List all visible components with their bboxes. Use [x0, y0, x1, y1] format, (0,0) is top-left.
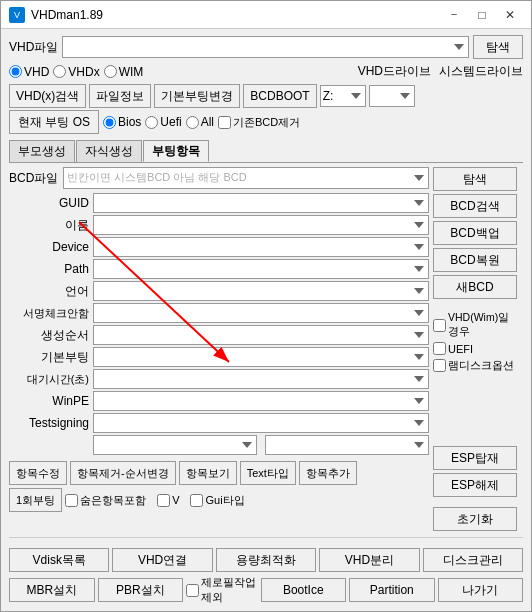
extra-select[interactable]: [93, 435, 257, 455]
remove-bcd-checkbox[interactable]: [218, 116, 231, 129]
extra-select2[interactable]: [265, 435, 429, 455]
path-row: Path: [9, 258, 429, 280]
partition-button[interactable]: Partition: [349, 578, 435, 602]
esp-mount-button[interactable]: ESP탑재: [433, 446, 517, 470]
left-column: BCD파일 빈칸이면 시스템BCD 아님 해당 BCD: [9, 167, 429, 531]
ramdisk-checkbox[interactable]: [433, 359, 446, 372]
default-boot-select[interactable]: [93, 347, 429, 367]
testsigning-select[interactable]: [93, 413, 429, 433]
vhd-search-button[interactable]: VHD(x)검색: [9, 84, 86, 108]
bios-row: 현재 부팅 OS Bios Uefi All 기존BCD제거: [9, 110, 523, 134]
main-window: V VHDman1.89 － □ ✕ VHD파일 탐색 VHD VHDx: [0, 0, 532, 612]
wait-time-select[interactable]: [93, 369, 429, 389]
path-select[interactable]: [93, 259, 429, 279]
current-os-button[interactable]: 현재 부팅 OS: [9, 110, 99, 134]
reset-button[interactable]: 초기화: [433, 507, 517, 531]
v-checkbox[interactable]: [157, 494, 170, 507]
gui-type-checkbox[interactable]: [190, 494, 203, 507]
v-label: V: [172, 494, 179, 506]
guid-label: GUID: [9, 196, 89, 210]
pbr-setup-button[interactable]: PBR설치: [98, 578, 184, 602]
bcd-search-button[interactable]: BCD검색: [433, 194, 517, 218]
file-info-button[interactable]: 파일정보: [89, 84, 151, 108]
vhd-file-select[interactable]: [62, 36, 469, 58]
guid-select[interactable]: [93, 193, 429, 213]
default-boot-label: 기본부팅: [9, 349, 89, 366]
vhd-radio-item: VHD: [9, 65, 49, 79]
tab-child-create[interactable]: 자식생성: [76, 140, 142, 162]
bios-radio[interactable]: [103, 116, 116, 129]
view-item-button[interactable]: 항목보기: [179, 461, 237, 485]
no-reformat-checkbox[interactable]: [186, 584, 199, 597]
exit-button[interactable]: 나가기: [438, 578, 524, 602]
first-boot-button[interactable]: 1회부팅: [9, 488, 62, 512]
guid-row: GUID: [9, 192, 429, 214]
create-order-select[interactable]: [93, 325, 429, 345]
remove-order-button[interactable]: 항목제거-순서변경: [70, 461, 176, 485]
sign-check-row: 서명체크안함: [9, 302, 429, 324]
vhd-radio-label: VHD: [24, 65, 49, 79]
minimize-button[interactable]: －: [441, 5, 467, 25]
form-fields-container: GUID 이름 Device Path: [9, 192, 429, 456]
all-radio-item: All: [186, 115, 214, 129]
bcd-restore-button[interactable]: BCD복원: [433, 248, 517, 272]
tabs-row: 부모생성 자식생성 부팅항목: [9, 140, 523, 163]
drive-select[interactable]: Z:: [320, 85, 366, 107]
device-row: Device: [9, 236, 429, 258]
uefi-checkbox[interactable]: [433, 342, 446, 355]
mbr-setup-button[interactable]: MBR설치: [9, 578, 95, 602]
system-drive-select[interactable]: [369, 85, 415, 107]
winpe-select[interactable]: [93, 391, 429, 411]
bios-radio-item: Bios: [103, 115, 141, 129]
footer: Vdisk목록 VHD연결 용량최적화 VHD분리 디스크관리 MBR설치 PB…: [9, 548, 523, 605]
vhd-connect-button[interactable]: VHD연결: [112, 548, 212, 572]
vdisk-list-button[interactable]: Vdisk목록: [9, 548, 109, 572]
uefi-radio[interactable]: [145, 116, 158, 129]
name-row: 이름: [9, 214, 429, 236]
uefi-check-label: UEFI: [448, 343, 473, 355]
include-hidden-checkbox[interactable]: [65, 494, 78, 507]
text-type-button[interactable]: Text타입: [240, 461, 296, 485]
new-bcd-button[interactable]: 새BCD: [433, 275, 517, 299]
bcd-browse-button[interactable]: 탐색: [433, 167, 517, 191]
sign-check-select[interactable]: [93, 303, 429, 323]
vhd-file-row: VHD파일 탐색: [9, 35, 523, 59]
vhd-type-row: VHD VHDx WIM VHD드라이브 시스템드라이브: [9, 63, 523, 80]
maximize-button[interactable]: □: [469, 5, 495, 25]
add-item-button[interactable]: 항목추가: [299, 461, 357, 485]
no-reformat-item: 제로필작업제외: [186, 575, 258, 605]
device-select[interactable]: [93, 237, 429, 257]
vhdx-radio-item: VHDx: [53, 65, 99, 79]
tab-boot-item[interactable]: 부팅항목: [143, 140, 209, 162]
name-select[interactable]: [93, 215, 429, 235]
vhdx-radio[interactable]: [53, 65, 66, 78]
bootice-button[interactable]: BootIce: [261, 578, 347, 602]
vhd-radio[interactable]: [9, 65, 22, 78]
bcd-file-select[interactable]: [63, 167, 429, 189]
name-label: 이름: [9, 217, 89, 234]
vhd-separate-button[interactable]: VHD분리: [319, 548, 419, 572]
create-order-label: 생성순서: [9, 327, 89, 344]
tab-parent-create[interactable]: 부모생성: [9, 140, 75, 162]
title-bar-left: V VHDman1.89: [9, 7, 103, 23]
all-radio[interactable]: [186, 116, 199, 129]
boot-change-button[interactable]: 기본부팅변경: [154, 84, 240, 108]
bcdboot-button[interactable]: BCDBOOT: [243, 84, 316, 108]
disk-mgmt-button[interactable]: 디스크관리: [423, 548, 523, 572]
title-controls: － □ ✕: [441, 5, 523, 25]
action-row: VHD(x)검색 파일정보 기본부팅변경 BCDBOOT Z:: [9, 84, 523, 108]
browse-button[interactable]: 탐색: [473, 35, 523, 59]
wim-radio[interactable]: [104, 65, 117, 78]
gui-type-label: Gui타입: [205, 493, 244, 508]
vhd-drive-label: VHD드라이브: [358, 63, 431, 80]
edit-item-button[interactable]: 항목수정: [9, 461, 67, 485]
esp-unmount-button[interactable]: ESP해제: [433, 473, 517, 497]
vhdx-radio-label: VHDx: [68, 65, 99, 79]
bcd-backup-button[interactable]: BCD백업: [433, 221, 517, 245]
close-button[interactable]: ✕: [497, 5, 523, 25]
language-label: 언어: [9, 283, 89, 300]
bottom-btn-row1: 항목수정 항목제거-순서변경 항목보기 Text타입 항목추가: [9, 461, 429, 485]
language-select[interactable]: [93, 281, 429, 301]
vhd-wim-checkbox[interactable]: [433, 319, 446, 332]
optimize-button[interactable]: 용량최적화: [216, 548, 316, 572]
